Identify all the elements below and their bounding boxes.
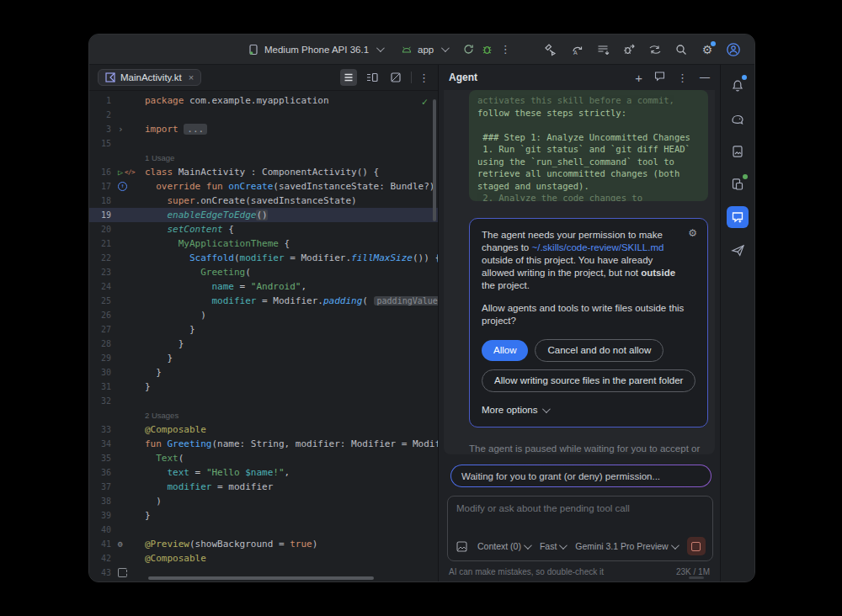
code-line[interactable]: 42@Composable [89, 551, 438, 566]
code-text[interactable]: text = "Hello $name!", [145, 467, 438, 478]
line-number[interactable]: 16 [89, 167, 113, 177]
line-number[interactable]: 21 [89, 239, 113, 248]
line-number[interactable]: 41 [89, 539, 113, 549]
more-options-button[interactable]: More options [482, 404, 695, 417]
tab-close-icon[interactable]: × [189, 72, 194, 82]
context-dropdown[interactable]: Context (0) [477, 541, 530, 551]
code-line[interactable]: 20 setContent { [89, 222, 438, 236]
line-number[interactable]: 26 [89, 311, 113, 320]
line-number[interactable]: 1 [89, 96, 113, 105]
line-number[interactable]: 36 [89, 468, 113, 477]
code-line[interactable]: 16▷</>class MainActivity : ComponentActi… [89, 165, 438, 179]
code-text[interactable]: package com.example.myapplication [145, 95, 438, 106]
line-number[interactable]: 20 [89, 225, 113, 234]
code-text[interactable]: modifier = modifier [145, 481, 438, 492]
code-line[interactable]: 22 Scaffold(modifier = Modifier.fillMaxS… [89, 251, 438, 265]
code-line[interactable]: 35 Text( [89, 451, 438, 465]
agent-chat-scroll[interactable]: activates this skill before a commit,fol… [444, 90, 715, 454]
run-app-icon[interactable]: ▷ [118, 168, 123, 177]
line-number[interactable]: 24 [89, 282, 113, 291]
running-devices-icon[interactable] [727, 141, 749, 162]
code-text[interactable]: name = "Android", [145, 281, 438, 292]
code-line[interactable]: 24 name = "Android", [89, 279, 438, 294]
agent-icon[interactable] [727, 206, 749, 228]
code-text[interactable]: @Preview(showBackground = true) [145, 539, 438, 550]
line-number[interactable]: 32 [89, 396, 113, 406]
line-number[interactable]: 29 [89, 353, 113, 363]
panel-resize-handle[interactable] [689, 576, 704, 579]
code-text[interactable]: fun Greeting(name: String, modifier: Mod… [145, 438, 438, 449]
code-preview-icon[interactable]: </> [125, 168, 135, 176]
code-text[interactable]: } [145, 510, 438, 521]
code-line[interactable]: 2 [89, 108, 438, 122]
code-text[interactable]: enableEdgeToEdge() [145, 210, 438, 220]
device-manager-icon[interactable] [727, 173, 749, 195]
code-line[interactable]: 3›import ... [89, 122, 438, 136]
code-text[interactable]: ) [145, 496, 438, 507]
new-chat-icon[interactable]: + [635, 71, 642, 85]
line-number[interactable]: 33 [89, 425, 113, 434]
editor-more-icon[interactable]: ⋮ [418, 72, 429, 83]
code-text[interactable]: MyApplicationTheme { [145, 238, 438, 249]
skill-file-link[interactable]: ~/.skills/code-review/SKILL.md [531, 242, 663, 252]
plane-icon[interactable] [727, 239, 749, 261]
code-text[interactable]: Scaffold(modifier = Modifier.fillMaxSize… [145, 252, 438, 263]
code-line[interactable]: 18 super.onCreate(savedInstanceState) [89, 194, 438, 208]
code-line[interactable]: 30 } [89, 365, 438, 380]
minimize-icon[interactable]: — [700, 72, 710, 83]
line-number[interactable]: 40 [89, 525, 113, 534]
line-number[interactable]: 31 [89, 382, 113, 391]
attach-image-icon[interactable] [456, 541, 467, 552]
apply-code-changes-icon[interactable] [594, 40, 612, 59]
line-number[interactable]: 17 [89, 182, 113, 191]
preview-settings-icon[interactable]: ⚙ [118, 539, 123, 549]
line-number[interactable]: 39 [89, 511, 113, 520]
code-text[interactable]: } [145, 324, 438, 335]
line-number[interactable]: 34 [89, 439, 113, 449]
allow-parent-folder-button[interactable]: Allow writing source files in the parent… [482, 369, 695, 392]
code-text[interactable]: import ... [145, 124, 438, 135]
build-run-icon[interactable] [541, 40, 560, 59]
code-text[interactable]: Text( [145, 453, 438, 464]
line-number[interactable]: 38 [89, 497, 113, 506]
code-editor[interactable]: 1package com.example.myapplication23›imp… [89, 91, 438, 581]
code-line[interactable]: 36 text = "Hello $name!", [89, 465, 438, 480]
code-line[interactable]: 34fun Greeting(name: String, modifier: M… [89, 437, 438, 451]
code-line[interactable]: 31} [89, 380, 438, 394]
code-text[interactable]: override fun onCreate(savedInstanceState… [145, 181, 438, 192]
notifications-icon[interactable] [727, 75, 749, 97]
code-text[interactable]: class MainActivity : ComponentActivity()… [145, 167, 438, 178]
line-number[interactable]: 2 [89, 110, 113, 119]
code-line[interactable]: 32 [89, 394, 438, 408]
code-line[interactable]: 29 } [89, 351, 438, 365]
permission-settings-gear-icon[interactable]: ⚙ [688, 227, 697, 240]
code-text[interactable]: Greeting( [145, 267, 438, 278]
usage-hint-line[interactable]: 2 Usages [89, 408, 438, 422]
code-text[interactable]: super.onCreate(savedInstanceState) [145, 195, 438, 206]
run-config-selector[interactable]: app [401, 45, 447, 55]
line-number[interactable]: 18 [89, 196, 113, 205]
line-number[interactable]: 43 [89, 568, 113, 577]
code-line[interactable]: 25 modifier = Modifier.padding( paddingV… [89, 294, 438, 308]
code-text[interactable]: ) [145, 310, 438, 321]
code-line[interactable]: 37 modifier = modifier [89, 480, 438, 494]
agent-more-icon[interactable]: ⋮ [677, 72, 688, 83]
design-view-icon[interactable] [387, 69, 404, 86]
line-number[interactable]: 22 [89, 253, 113, 263]
code-view-icon[interactable] [340, 69, 357, 86]
speed-dropdown[interactable]: Fast [540, 541, 565, 551]
code-line[interactable]: 38 ) [89, 494, 438, 508]
inspections-ok-icon[interactable]: ✓ [422, 96, 428, 108]
cancel-button[interactable]: Cancel and do not allow [535, 339, 663, 362]
compose-preview-icon[interactable] [118, 568, 127, 577]
tab-mainactivity[interactable]: MainActivity.kt × [98, 69, 201, 86]
allow-button[interactable]: Allow [482, 340, 528, 361]
gemini-icon[interactable] [727, 108, 749, 130]
model-dropdown[interactable]: Gemini 3.1 Pro Preview [575, 541, 676, 551]
code-text[interactable]: } [145, 367, 438, 378]
code-line[interactable]: 23 Greeting( [89, 265, 438, 279]
device-mirror-icon[interactable] [646, 40, 664, 59]
code-text[interactable]: setContent { [145, 224, 438, 235]
toolbar-more-icon[interactable]: ⋮ [496, 40, 514, 59]
line-number[interactable]: 37 [89, 482, 113, 491]
